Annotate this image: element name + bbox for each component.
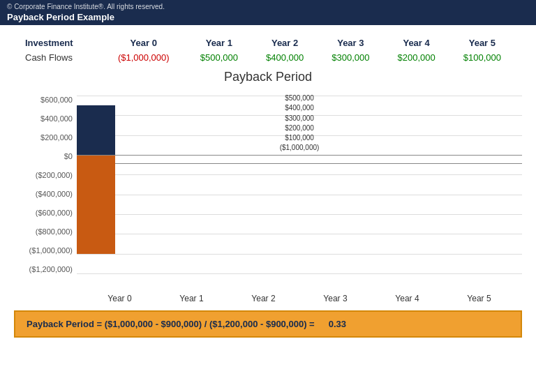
bar-top-label-5: $100,000 <box>77 134 522 142</box>
col-header-investment: Investment <box>21 35 101 51</box>
col-header-year4: Year 4 <box>383 35 449 51</box>
y-label-6: ($600,000) <box>36 209 73 217</box>
x-label-year3: Year 3 <box>299 291 371 303</box>
x-label-year4: Year 4 <box>371 291 443 303</box>
bar-top-label-2: $400,000 <box>77 104 522 112</box>
y-label-9: ($1,200,000) <box>29 265 73 273</box>
formula-text: Payback Period = ($1,000,000 - $900,000)… <box>27 319 315 329</box>
page-title: Payback Period Example <box>7 12 529 22</box>
y-label-5: ($400,000) <box>36 190 73 198</box>
x-label-year5: Year 5 <box>443 291 515 303</box>
value-year0: ($1,000,000) <box>101 51 186 64</box>
y-label-0: $600,000 <box>40 96 73 104</box>
bar-top-label-0: ($1,000,000) <box>77 144 522 151</box>
y-label-7: ($800,000) <box>36 227 73 236</box>
x-axis: Year 0 Year 1 Year 2 Year 3 Year 4 Year … <box>77 291 522 303</box>
y-label-2: $200,000 <box>40 133 73 142</box>
bar-rect-5 <box>77 145 115 155</box>
copyright-text: © Corporate Finance Institute®. All righ… <box>7 3 529 10</box>
chart-container: $600,000 $400,000 $200,000 $0 ($200,000)… <box>14 89 522 291</box>
chart-title: Payback Period <box>14 70 522 84</box>
y-label-3: $0 <box>64 152 73 160</box>
col-header-year3: Year 3 <box>318 35 383 51</box>
y-label-1: $400,000 <box>40 114 73 123</box>
bar-rect-0 <box>77 155 115 254</box>
value-year4: $200,000 <box>383 51 449 64</box>
y-label-8: ($1,000,000) <box>29 246 73 255</box>
formula-value: 0.33 <box>329 319 346 329</box>
bar-top-label-3: $300,000 <box>77 114 522 122</box>
bar-top-label-1: $500,000 <box>77 94 522 102</box>
col-header-year2: Year 2 <box>252 35 318 51</box>
col-header-year0: Year 0 <box>101 35 186 51</box>
col-header-year5: Year 5 <box>449 35 515 51</box>
bar-top-label-4: $200,000 <box>77 124 522 132</box>
y-label-4: ($200,000) <box>36 171 73 179</box>
value-year2: $400,000 <box>252 51 318 64</box>
table-section: Investment Year 0 Year 1 Year 2 Year 3 Y… <box>0 25 536 70</box>
x-axis-line-abs <box>77 155 522 156</box>
top-bar: © Corporate Finance Institute®. All righ… <box>0 0 536 25</box>
grid-line-9 <box>77 273 522 274</box>
chart-body: ($1,000,000)$500,000$400,000$300,000$200… <box>77 89 522 291</box>
chart-section: Payback Period $600,000 $400,000 $200,00… <box>0 70 536 303</box>
value-year1: $500,000 <box>186 51 252 64</box>
abs-bars: ($1,000,000)$500,000$400,000$300,000$200… <box>77 96 522 273</box>
x-label-year0: Year 0 <box>84 291 156 303</box>
y-axis: $600,000 $400,000 $200,000 $0 ($200,000)… <box>14 96 77 273</box>
row-label: Cash Flows <box>21 51 101 64</box>
formula-section: Payback Period = ($1,000,000 - $900,000)… <box>14 310 522 338</box>
x-label-year1: Year 1 <box>156 291 228 303</box>
col-header-year1: Year 1 <box>186 35 252 51</box>
value-year5: $100,000 <box>449 51 515 64</box>
x-label-year2: Year 2 <box>228 291 299 303</box>
value-year3: $300,000 <box>318 51 383 64</box>
cashflow-table: Investment Year 0 Year 1 Year 2 Year 3 Y… <box>21 35 515 64</box>
